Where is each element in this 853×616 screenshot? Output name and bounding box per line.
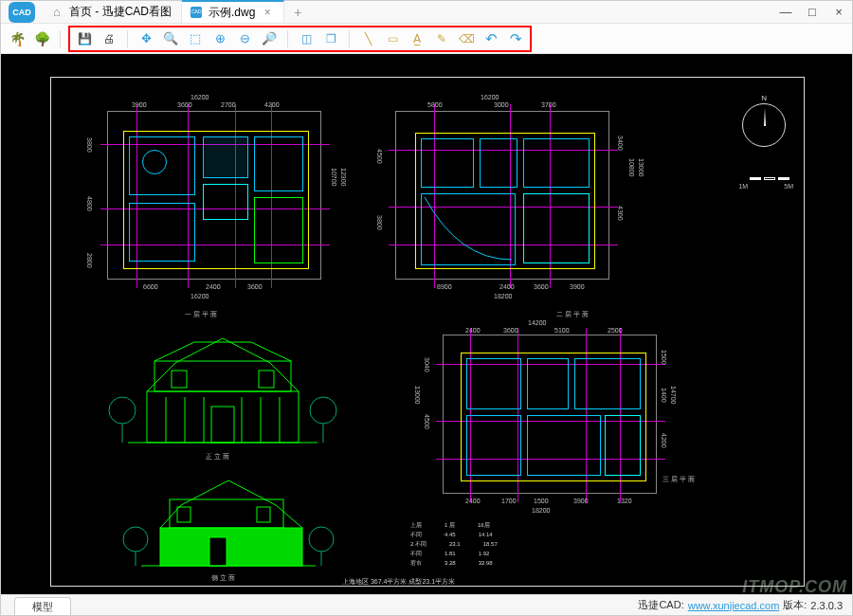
3d-view-button[interactable]: ◫ <box>296 28 317 49</box>
zoom-in-button[interactable]: ⊕ <box>209 28 230 49</box>
plan-third-floor <box>443 335 657 494</box>
plan-first-floor-label: 一 层 平 面 <box>185 310 217 319</box>
erase-button[interactable]: ⌫ <box>456 28 477 49</box>
legend-table: 上层1 层16层 不同4.4514.14 2.不同23.118.57 不同1.8… <box>410 520 600 568</box>
zoom-realtime-button[interactable]: 🔎 <box>259 28 280 49</box>
dim: 3600 <box>503 327 518 334</box>
svg-point-22 <box>123 527 148 552</box>
annotate-button[interactable]: ✎ <box>431 28 452 49</box>
tab-document[interactable]: 示例.dwg × <box>182 0 284 23</box>
minimize-button[interactable]: — <box>772 1 799 23</box>
zoom-extents-button[interactable]: 🔍 <box>160 28 181 49</box>
dim: 13000 <box>638 158 644 176</box>
dim: 3600 <box>177 101 192 108</box>
toolbar-separator <box>287 30 288 47</box>
dim: 4800 <box>86 196 93 211</box>
dim: 3900 <box>573 498 589 504</box>
measure-distance-icon: ╲ <box>365 32 372 45</box>
svg-point-24 <box>309 527 334 552</box>
dim: 3000 <box>494 101 509 108</box>
dim: 16200 <box>191 94 209 100</box>
dim: 1700 <box>501 498 517 504</box>
sheet-title: 上海地区 367.4平方米 成型23.1平方米 <box>342 577 455 587</box>
status-bar: 模型 迅捷CAD: www.xunjiecad.com 版本: 2.3.0.3 <box>1 594 852 615</box>
status-tab-model[interactable]: 模型 <box>14 597 71 615</box>
plan-second-floor <box>395 111 609 280</box>
elevation-side <box>115 462 342 575</box>
redo-button[interactable]: ↷ <box>505 28 526 49</box>
tree-tool[interactable]: 🌳 <box>31 28 52 49</box>
text-button[interactable]: A̲ <box>407 28 427 49</box>
dim: 1400 <box>661 388 667 403</box>
pan-button[interactable]: ✥ <box>136 28 156 49</box>
zoom-in-icon: ⊕ <box>215 31 226 45</box>
close-button[interactable]: × <box>826 1 852 23</box>
palm-tool[interactable]: 🌴 <box>7 28 27 49</box>
svg-rect-17 <box>170 499 283 528</box>
print-button[interactable]: 🖨 <box>99 28 119 49</box>
dim: 3400 <box>617 136 624 151</box>
svg-rect-19 <box>257 507 270 522</box>
dim: 18200 <box>494 293 512 299</box>
status-product: 迅捷CAD: <box>638 598 683 612</box>
save-button[interactable]: 💾 <box>74 28 95 49</box>
zoom-window-icon: ⬚ <box>190 31 201 45</box>
dim: 3700 <box>541 101 556 108</box>
dim: 4500 <box>376 149 383 164</box>
dim: 3800 <box>86 137 93 153</box>
dim: 8900 <box>437 283 452 290</box>
status-version-label: 版本: <box>783 598 807 612</box>
dim: 3900 <box>132 101 147 108</box>
dim: 3600 <box>534 283 549 290</box>
app-logo: CAD <box>1 1 43 23</box>
dim: 5800 <box>427 101 443 108</box>
dim: 1500 <box>534 498 549 504</box>
svg-rect-0 <box>147 391 299 443</box>
compass-north-label: N <box>761 94 767 102</box>
tab-add-button[interactable]: + <box>284 1 311 23</box>
zoom-realtime-icon: 🔎 <box>262 31 277 45</box>
measure-distance-button[interactable]: ╲ <box>357 28 378 49</box>
erase-icon: ⌫ <box>459 32 475 45</box>
undo-button[interactable]: ↶ <box>481 28 501 49</box>
plan-first-floor <box>107 111 321 280</box>
compass <box>742 103 786 147</box>
toolbar-separator <box>127 30 128 47</box>
tab-document-label: 示例.dwg <box>209 5 255 21</box>
maximize-button[interactable]: □ <box>799 1 826 23</box>
measure-area-button[interactable]: ▭ <box>382 28 403 49</box>
drawing-canvas[interactable]: N 1M 5M 16200 3900 3600 2700 4200 <box>1 54 852 594</box>
svg-rect-9 <box>172 371 187 388</box>
dim: 4500 <box>424 414 430 429</box>
palm-icon: 🌴 <box>9 31 26 46</box>
dim: 4300 <box>617 206 624 221</box>
3d-box-button[interactable]: ❒ <box>320 28 341 49</box>
tab-home[interactable]: ⌂ 首页 - 迅捷CAD看图 <box>43 1 182 23</box>
dim: 1320 <box>617 498 632 504</box>
undo-icon: ↶ <box>485 30 498 47</box>
zoom-out-button[interactable]: ⊖ <box>234 28 255 49</box>
svg-rect-18 <box>177 507 191 522</box>
plan-second-floor-label: 二 层 平 面 <box>556 310 589 319</box>
dim: 2400 <box>499 283 515 290</box>
svg-rect-20 <box>209 537 227 566</box>
plan-third-floor-label: 三 层 平 面 <box>662 475 695 484</box>
zoom-out-icon: ⊖ <box>240 31 250 45</box>
dim: 10700 <box>331 168 337 186</box>
tab-close-button[interactable]: × <box>261 6 274 19</box>
svg-point-12 <box>109 397 136 424</box>
home-icon: ⌂ <box>50 6 64 19</box>
save-icon: 💾 <box>78 32 92 45</box>
dim: 12300 <box>340 168 347 186</box>
3d-box-icon: ❒ <box>326 32 336 45</box>
tree-icon: 🌳 <box>34 31 50 46</box>
dim: 16200 <box>191 293 209 299</box>
redo-icon: ↷ <box>510 30 522 47</box>
cad-doc-icon <box>190 6 203 19</box>
zoom-window-button[interactable]: ⬚ <box>185 28 206 49</box>
dim: 2400 <box>206 283 221 290</box>
status-url-link[interactable]: www.xunjiecad.com <box>688 600 780 611</box>
dim: 2800 <box>86 253 93 268</box>
svg-rect-16 <box>160 528 302 566</box>
print-icon: 🖨 <box>103 32 115 45</box>
